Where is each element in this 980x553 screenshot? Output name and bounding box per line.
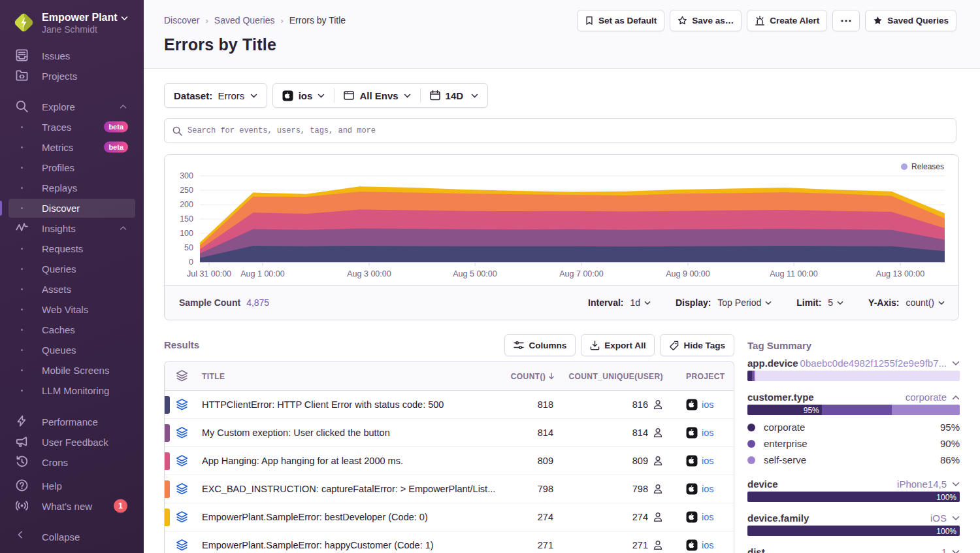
svg-text:250: 250 (180, 186, 193, 195)
svg-text:Aug 9 00:00: Aug 9 00:00 (666, 269, 710, 278)
svg-text:200: 200 (180, 200, 193, 209)
svg-text:150: 150 (180, 214, 193, 224)
svg-text:Jul 31 00:00: Jul 31 00:00 (187, 269, 231, 278)
svg-text:Aug 1 00:00: Aug 1 00:00 (240, 269, 284, 278)
svg-text:Aug 7 00:00: Aug 7 00:00 (559, 269, 603, 278)
svg-text:Aug 5 00:00: Aug 5 00:00 (453, 269, 497, 278)
svg-text:0: 0 (189, 258, 193, 267)
svg-text:50: 50 (184, 243, 193, 252)
svg-text:Aug 11 00:00: Aug 11 00:00 (770, 269, 817, 278)
svg-text:Aug 3 00:00: Aug 3 00:00 (347, 269, 391, 278)
svg-text:100: 100 (180, 229, 193, 238)
svg-text:Aug 13 00:00: Aug 13 00:00 (876, 269, 924, 278)
svg-text:300: 300 (180, 171, 193, 180)
